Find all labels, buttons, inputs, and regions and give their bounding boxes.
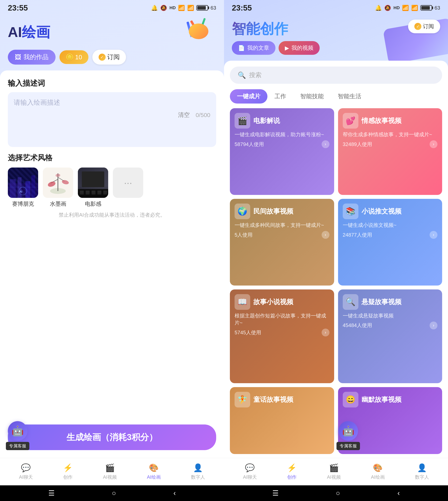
card-emotion-footer: 32489人使用 ›	[343, 140, 438, 148]
card-movie-footer: 58794人使用 ›	[235, 140, 329, 148]
tab-yijian[interactable]: 一键成片	[230, 89, 267, 104]
tab-yijian-label: 一键成片	[237, 93, 260, 99]
nav-item-ai-video[interactable]: 🎬 AI视频	[99, 461, 121, 482]
tab-skill[interactable]: 智能技能	[293, 89, 331, 104]
back-button[interactable]: ‹	[173, 489, 176, 497]
nav-item-create[interactable]: ⚡ 创作	[59, 461, 77, 482]
right-main-content: 🔍 搜索 一键成片 工作 智能技能 智能生活 🎬	[224, 61, 448, 458]
card-emotion[interactable]: 💕 情感故事视频 帮你生成多种情感故事，支持一键成片~ 32489人使用 ›	[338, 108, 442, 195]
subscribe-button[interactable]: ✓ 订阅	[92, 50, 126, 65]
ink-thumb	[43, 167, 73, 198]
card-mystery-thumb: 🔍	[343, 294, 358, 310]
right-nav-ai-chat-icon: 💬	[245, 463, 255, 472]
right-nav-digital-human[interactable]: 👤 数字人	[411, 461, 433, 482]
nav-item-ai-draw[interactable]: 🎨 AI绘画	[143, 461, 165, 482]
left-title-draw: 绘画	[22, 24, 50, 40]
check-icon: ✓	[99, 54, 106, 61]
clear-button[interactable]: 清空	[178, 111, 190, 119]
card-novel-footer: 24877人使用 ›	[343, 231, 438, 239]
style-more[interactable]: ···	[113, 167, 143, 208]
tab-work[interactable]: 工作	[267, 89, 293, 104]
my-videos-button[interactable]: ▶ 我的视频	[279, 41, 320, 55]
text-input-area[interactable]: 请输入绘画描述 清空 0/500	[8, 92, 216, 147]
style-cinema[interactable]: 电影感	[78, 167, 108, 208]
right-top-row: 智能创作 ✓ 订阅	[232, 19, 440, 38]
card-movie-desc: 一键生成电影解说视频，助力账号涨粉~	[235, 131, 329, 138]
left-robot-badge[interactable]: 🤖 专属客服	[6, 421, 29, 450]
left-title-row: AI绘画	[8, 19, 216, 45]
style-grid: AI 赛博朋克	[8, 167, 216, 208]
nav-ai-draw-icon: 🎨	[149, 463, 159, 472]
nav-item-digital-human[interactable]: 👤 数字人	[187, 461, 209, 482]
right-nav-ai-video-icon: 🎬	[329, 463, 339, 472]
right-btns-col: ✓ 订阅	[408, 19, 440, 33]
right-battery-label: 63	[434, 5, 440, 11]
search-bar[interactable]: 🔍 搜索	[230, 66, 442, 84]
right-nav-ai-video[interactable]: 🎬 AI视频	[323, 461, 345, 482]
left-status-bar: 23:55 🔔 🔕 HD 📶 📶 63	[0, 0, 224, 16]
right-bottom-nav: 💬 AI聊天 ⚡ 创作 🎬 AI视频 🎨 AI绘画 👤 数字人	[224, 458, 448, 485]
card-movie-thumb: 🎬	[235, 113, 250, 129]
svg-rect-0	[8, 167, 38, 198]
card-folk-thumb: 🌍	[235, 204, 250, 219]
right-nav-ai-video-label: AI视频	[327, 474, 341, 480]
right-nav-ai-chat[interactable]: 💬 AI聊天	[239, 461, 261, 482]
right-status-bar: 23:55 🔔 🔕 HD 📶 📶 63	[224, 0, 448, 16]
style-cyberpunk[interactable]: AI 赛博朋克	[8, 167, 38, 208]
cinema-thumb	[78, 167, 108, 198]
card-movie-thumb-inner: 🎬	[235, 113, 250, 129]
menu-button[interactable]: ☰	[48, 489, 55, 497]
right-nav-create[interactable]: ⚡ 创作	[283, 461, 301, 482]
card-mystery-title: 悬疑故事视频	[362, 297, 401, 307]
disclaimer-text: 禁止利用AI合成功能从事违法活动，违者必究。	[8, 211, 216, 218]
card-story-header: 📖 故事小说视频	[235, 294, 329, 310]
svg-rect-1	[8, 183, 38, 198]
card-fairy-title: 童话故事视频	[253, 395, 293, 404]
right-robot-badge[interactable]: 🤖 专属客服	[336, 421, 360, 450]
signal-icon: 📶	[178, 5, 185, 11]
svg-rect-23	[86, 191, 90, 194]
card-fairy-header: 🧚 童话故事视频	[235, 392, 329, 407]
right-robot-label: 专属客服	[336, 442, 360, 450]
home-button[interactable]: ○	[112, 489, 116, 497]
card-emotion-users: 32489人使用	[343, 141, 372, 148]
style-ink[interactable]: 水墨画	[43, 167, 73, 208]
card-movie[interactable]: 🎬 电影解说 一键生成电影解说视频，助力账号涨粉~ 58794人使用 ›	[230, 108, 334, 195]
right-menu-button[interactable]: ☰	[272, 489, 279, 497]
svg-rect-17	[78, 167, 108, 198]
right-nav-ai-draw[interactable]: 🎨 AI绘画	[367, 461, 389, 482]
card-emotion-title: 情感故事视频	[362, 116, 401, 125]
my-articles-button[interactable]: 📄 我的文章	[232, 41, 275, 55]
card-humor-title: 幽默故事视频	[362, 395, 401, 404]
generate-button[interactable]: 生成绘画（消耗3积分）	[8, 424, 216, 450]
coins-button[interactable]: 🪙 10	[60, 50, 88, 64]
coin-icon: 🪙	[66, 53, 74, 61]
my-articles-label: 我的文章	[247, 44, 269, 52]
my-works-button[interactable]: 🖼 我的作品	[8, 50, 56, 65]
right-subscribe-button[interactable]: ✓ 订阅	[408, 19, 440, 33]
right-subscribe-label: 订阅	[423, 23, 434, 30]
card-novel[interactable]: 📚 小说推文视频 一键生成小说推文视频~ 24877人使用 ›	[338, 199, 442, 286]
right-battery-indicator	[420, 5, 432, 11]
card-emotion-arrow: ›	[430, 140, 437, 148]
right-home-button[interactable]: ○	[336, 489, 340, 497]
notification-icon: 🔔	[151, 5, 158, 11]
search-icon: 🔍	[238, 71, 246, 79]
card-folk[interactable]: 🌍 民间故事视频 一键生成多种民间故事，支持一键成片~ 5人使用 ›	[230, 199, 334, 286]
r-signal2-icon: 📶	[411, 5, 418, 11]
ink-label: 水墨画	[50, 200, 66, 208]
left-title-ai: AI	[8, 24, 22, 40]
style-section-label: 选择艺术风格	[8, 153, 216, 163]
card-fairy[interactable]: 🧚 童话故事视频	[230, 387, 334, 454]
nav-digital-human-icon: 👤	[193, 463, 203, 472]
svg-rect-20	[82, 171, 104, 187]
nav-item-ai-chat[interactable]: 💬 AI聊天	[15, 461, 37, 482]
right-back-button[interactable]: ‹	[397, 489, 400, 497]
card-story[interactable]: 📖 故事小说视频 根据主题创作短篇小说故事，支持一键成片~ 5745人使用 ›	[230, 290, 334, 383]
card-novel-header: 📚 小说推文视频	[343, 204, 438, 219]
card-folk-header: 🌍 民间故事视频	[235, 204, 329, 219]
card-mystery[interactable]: 🔍 悬疑故事视频 一键生成悬疑故事视频 45484人使用 ›	[338, 290, 442, 383]
tab-life[interactable]: 智能生活	[331, 89, 368, 104]
card-novel-users: 24877人使用	[343, 231, 372, 238]
robot-icon: 🤖	[8, 421, 27, 441]
